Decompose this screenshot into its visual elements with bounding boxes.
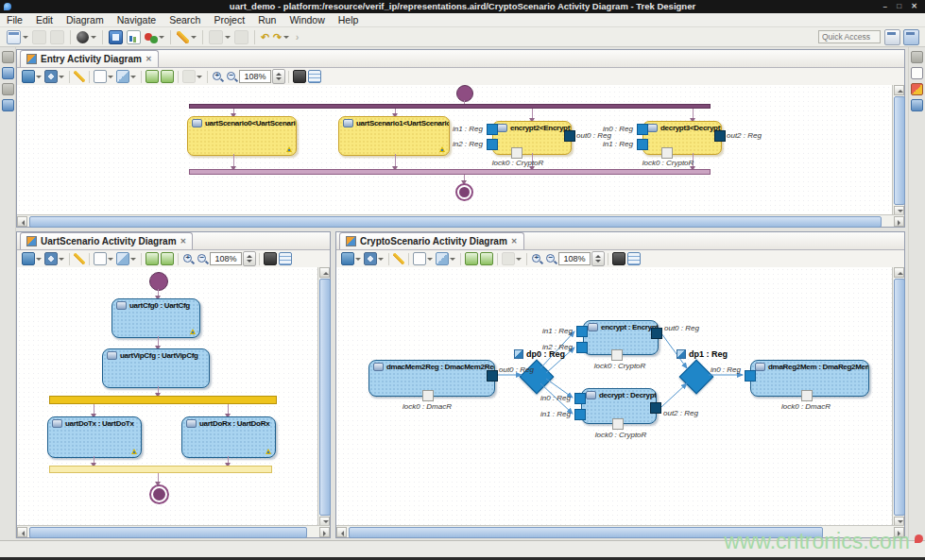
entry-vertical-scrollbar[interactable] (892, 85, 904, 216)
menu-navigate[interactable]: Navigate (111, 13, 163, 26)
refresh-wand-icon[interactable] (393, 253, 404, 264)
modeling-perspective-icon[interactable] (903, 29, 919, 45)
control-flow-edge[interactable] (158, 336, 159, 348)
node-uartDoTx[interactable]: uartDoTx : UartDoTx (47, 416, 142, 458)
debug-run-icon[interactable] (145, 31, 157, 43)
control-flow-edge[interactable] (228, 404, 229, 416)
new-dropdown-icon[interactable] (23, 36, 28, 39)
layout-dropdown-icon[interactable] (36, 76, 42, 78)
snapshot-icon[interactable] (612, 252, 625, 265)
menu-project[interactable]: Project (207, 13, 251, 26)
refresh-wand-icon[interactable] (74, 253, 85, 264)
layout-dropdown-icon[interactable] (36, 258, 42, 261)
port-decrypt-in0[interactable] (574, 393, 586, 404)
scroll-thumb[interactable] (319, 279, 331, 516)
arrange-icon[interactable] (364, 252, 377, 265)
zoom-spinner[interactable] (591, 251, 605, 266)
router-dropdown-icon[interactable] (130, 76, 136, 78)
port-encrypt2-in2[interactable] (487, 139, 498, 150)
port-encrypt2-in1[interactable] (487, 124, 498, 135)
layout-dropdown-icon[interactable] (355, 258, 361, 261)
port-dmaReg2Mem-lock0[interactable] (801, 390, 813, 401)
router-dropdown-icon[interactable] (450, 258, 455, 261)
scroll-left-button[interactable] (336, 527, 347, 537)
container-icon[interactable] (94, 70, 107, 83)
zoom-spinner[interactable] (272, 69, 285, 84)
container-dropdown-icon[interactable] (108, 258, 113, 261)
container-icon[interactable] (94, 252, 107, 265)
control-flow-edge[interactable] (158, 473, 159, 484)
back-icon[interactable]: ↶ (259, 31, 271, 43)
port-encrypt2-out0[interactable] (564, 130, 575, 142)
node-decrypt3[interactable]: decrypt3<Decrypt> (642, 121, 722, 155)
port-dmaReg2Mem-in0[interactable] (745, 370, 756, 382)
run-config-dropdown-icon[interactable] (91, 36, 96, 39)
grid-icon[interactable] (627, 252, 641, 265)
arrange-icon[interactable] (44, 252, 58, 265)
container-dropdown-icon[interactable] (427, 258, 433, 261)
control-flow-edge[interactable] (532, 109, 533, 121)
history-dropdown-icon[interactable] (283, 36, 289, 39)
export-icon[interactable] (161, 70, 174, 83)
fast-view-icon[interactable] (911, 51, 923, 63)
import-icon[interactable] (146, 252, 159, 265)
export-icon[interactable] (161, 252, 174, 265)
close-button[interactable]: ✕ (909, 2, 921, 10)
arrange-dropdown-icon[interactable] (59, 258, 64, 261)
new-wizard-icon[interactable] (7, 30, 21, 44)
control-flow-edge[interactable] (94, 456, 94, 466)
router-icon[interactable] (116, 70, 129, 83)
initial-node[interactable] (149, 272, 168, 291)
export-icon[interactable] (480, 252, 493, 265)
scroll-thumb[interactable] (894, 279, 905, 516)
forward-icon[interactable]: ↷ (271, 31, 283, 43)
final-node[interactable] (149, 484, 169, 504)
tab-close-icon[interactable]: ✕ (180, 237, 187, 246)
menu-edit[interactable]: Edit (29, 13, 60, 26)
open-perspective-icon[interactable] (884, 29, 900, 45)
menu-help[interactable]: Help (332, 13, 366, 26)
control-flow-edge[interactable] (693, 109, 694, 121)
port-encrypt-lock0[interactable] (611, 349, 623, 361)
tab-uartscenario-activity-diagram[interactable]: UartScenario Activity Diagram ✕ (20, 232, 193, 249)
port-encrypt2-lock0[interactable] (511, 147, 522, 159)
properties-view-icon[interactable] (911, 83, 923, 95)
entry-horizontal-scrollbar[interactable] (17, 214, 904, 227)
import-icon[interactable] (146, 70, 159, 83)
port-decrypt-out2[interactable] (650, 402, 661, 414)
scroll-right-button[interactable] (894, 216, 904, 227)
zoom-out-icon[interactable]: − (226, 71, 238, 83)
node-encrypt2[interactable]: encrypt2<Encrypt> (492, 121, 572, 155)
router-dropdown-icon[interactable] (130, 258, 136, 261)
final-node[interactable] (455, 183, 473, 201)
zoom-out-icon[interactable]: − (197, 253, 209, 265)
grid-icon[interactable] (279, 252, 292, 265)
zoom-spinner[interactable] (243, 251, 256, 266)
router-icon[interactable] (436, 252, 449, 265)
crypto-vertical-scrollbar[interactable] (892, 267, 904, 527)
generate-wand-icon[interactable] (177, 31, 189, 43)
uart-horizontal-scrollbar[interactable] (17, 525, 330, 537)
restore-view-icon-2[interactable] (2, 83, 14, 95)
join-bar[interactable] (49, 466, 272, 473)
zoom-level-input[interactable] (558, 252, 591, 265)
node-uartDoRx[interactable]: uartDoRx : UartDoRx (181, 416, 276, 458)
generate-dropdown-icon[interactable] (191, 36, 197, 39)
interpreter-view-icon[interactable] (911, 99, 923, 111)
entry-canvas[interactable]: uartScenario0<UartScenario> uartScenario… (17, 85, 892, 216)
grid-icon[interactable] (308, 70, 321, 83)
control-flow-edge[interactable] (464, 175, 465, 183)
port-encrypt-in2[interactable] (576, 342, 588, 353)
zoom-in-icon[interactable]: + (212, 71, 224, 83)
fork-bar[interactable] (189, 104, 711, 109)
port-decrypt3-out2[interactable] (714, 130, 726, 142)
control-flow-edge[interactable] (395, 109, 396, 116)
control-flow-edge[interactable] (228, 456, 229, 466)
scroll-left-button[interactable] (17, 527, 27, 537)
control-flow-edge[interactable] (94, 404, 94, 416)
port-decrypt3-lock0[interactable] (661, 147, 673, 159)
layout-icon[interactable] (341, 252, 354, 265)
menu-search[interactable]: Search (163, 13, 207, 26)
port-encrypt-out0[interactable] (651, 328, 662, 339)
control-flow-edge[interactable] (158, 289, 159, 298)
